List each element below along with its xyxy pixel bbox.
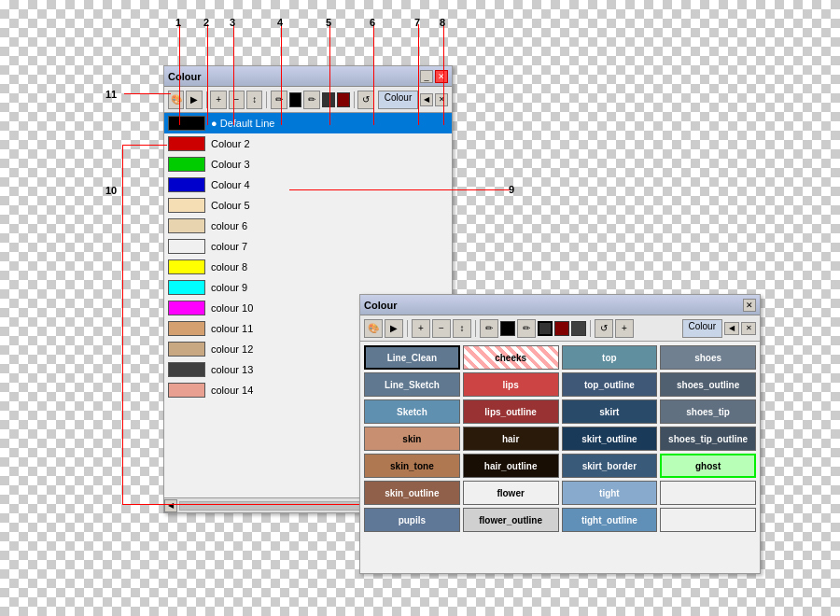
colour-row-3[interactable]: Colour 3 [164,154,452,175]
btn-empty1 [660,481,756,505]
remove-btn[interactable]: − [229,91,245,109]
colour-list-close-btn[interactable]: ✕ [435,70,448,83]
annotation-6: 6 [370,17,375,28]
toolbar-sep1 [206,91,207,108]
btn-ghost[interactable]: ghost [660,454,756,478]
dark-swatch[interactable] [322,92,335,107]
panel-dark-swatch[interactable] [538,321,553,336]
swatch-7 [168,239,205,254]
colour-name-3: Colour 3 [211,159,250,170]
btn-top-outline[interactable]: top_outline [562,372,658,397]
colour-name-4: Colour 4 [211,179,250,190]
panel-pen-btn[interactable]: ✏ [480,319,498,338]
colour-label-btn[interactable]: Colour [378,91,418,109]
panel-grey-swatch[interactable] [571,321,586,336]
swatch-9 [168,280,205,295]
btn-skin-outline[interactable]: skin_outline [364,481,460,505]
swatch-10 [168,301,205,315]
colour-name-13: colour 13 [211,364,253,375]
line-10-vert [122,145,123,504]
btn-tight[interactable]: tight [562,481,658,505]
toolbar-sep3 [354,91,355,108]
annotation-7: 7 [414,17,420,28]
panel-remove-btn[interactable]: − [432,319,451,338]
colour-row-2[interactable]: Colour 2 [164,133,452,154]
panel-scroll-btn[interactable]: ◀ [724,322,739,335]
annotation-2: 2 [203,17,209,28]
btn-line-sketch[interactable]: Line_Sketch [364,372,460,397]
annotation-3: 3 [230,17,235,28]
colour-name-14: colour 14 [211,385,253,396]
btn-shoes-tip-outline[interactable]: shoes_tip_outline [660,427,756,451]
pen-btn[interactable]: ✏ [271,91,287,109]
colour-name-7: colour 7 [211,241,247,252]
panel-colour-label-btn[interactable]: Colour [682,319,722,338]
btn-lips-outline[interactable]: lips_outline [463,399,559,424]
btn-skirt-border[interactable]: skirt_border [562,454,658,478]
colour-row-default[interactable]: ● Default Line [164,113,452,133]
panel-swap-btn[interactable]: ↕ [453,319,471,338]
palette-icon-btn[interactable]: 🎨 [168,91,184,109]
btn-pupils[interactable]: pupils [364,508,460,532]
colour-row-8[interactable]: colour 8 [164,257,452,277]
panel-add-btn[interactable]: + [412,319,430,338]
btn-line-clean[interactable]: Line_Clean [364,345,460,370]
colour-row-6[interactable]: colour 6 [164,216,452,236]
refresh-btn[interactable]: ↺ [357,91,373,109]
annotation-1: 1 [175,17,181,28]
btn-lips[interactable]: lips [463,372,559,397]
annotation-9: 9 [509,184,514,195]
btn-sketch[interactable]: Sketch [364,399,460,424]
red-swatch[interactable] [337,92,350,107]
colour-panel-titlebar: Colour ✕ [360,295,760,315]
eraser-btn[interactable]: ✏ [303,91,319,109]
colour-grid: Line_Clean cheeks top shoes Line_Sketch … [360,342,760,536]
panel-plus2-btn[interactable]: + [615,319,634,338]
annotation-5: 5 [326,17,331,28]
btn-flower[interactable]: flower [463,481,559,505]
panel-palette-btn[interactable]: 🎨 [364,319,383,338]
panel-play-btn[interactable]: ▶ [385,319,403,338]
btn-tight-outline[interactable]: tight_outline [562,508,658,532]
swatch-6 [168,218,205,233]
play-btn[interactable]: ▶ [186,91,202,109]
swatch-8 [168,259,205,274]
scroll-left-arrow[interactable]: ◀ [164,499,177,512]
colour-name-8: colour 8 [211,261,247,273]
colour-list-minimize-btn[interactable]: _ [420,70,433,83]
colour-row-5[interactable]: Colour 5 [164,195,452,216]
colour-panel-window[interactable]: Colour ✕ 🎨 ▶ + − ↕ ✏ ✏ ↺ + Colour ◀ ✕ Li… [359,294,761,574]
colour-row-7[interactable]: colour 7 [164,236,452,257]
btn-skin[interactable]: skin [364,427,460,451]
add-btn[interactable]: + [210,91,226,109]
swap-btn[interactable]: ↕ [246,91,262,109]
swatch-default [168,116,205,131]
panel-refresh-btn[interactable]: ↺ [595,319,613,338]
panel-close2-btn[interactable]: ✕ [741,322,756,335]
btn-shoes-tip[interactable]: shoes_tip [660,399,756,424]
colour-name-2: Colour 2 [211,138,250,149]
colour-panel-controls[interactable]: ✕ [743,299,756,312]
colour-name-12: colour 12 [211,343,253,355]
panel-black-swatch[interactable] [500,321,515,336]
swatch-2 [168,136,205,151]
black-swatch[interactable] [289,92,302,107]
btn-cheeks[interactable]: cheeks [463,345,559,370]
colour-list-controls[interactable]: _ ✕ [420,70,448,83]
btn-skirt[interactable]: skirt [562,399,658,424]
panel-red-swatch[interactable] [554,321,569,336]
btn-shoes[interactable]: shoes [660,345,756,370]
btn-shoes-outline[interactable]: shoes_outline [660,372,756,397]
colour-name-11: colour 11 [211,323,253,334]
btn-flower-outline[interactable]: flower_outline [463,508,559,532]
btn-top[interactable]: top [562,345,658,370]
colour-row-4[interactable]: Colour 4 [164,175,452,195]
btn-skin-tone[interactable]: skin_tone [364,454,460,478]
colour-panel-close-btn[interactable]: ✕ [743,299,756,312]
btn-hair-outline[interactable]: hair_outline [463,454,559,478]
scroll-left-btn[interactable]: ◀ [420,93,433,106]
panel-eraser-btn[interactable]: ✏ [517,319,536,338]
btn-skirt-outline[interactable]: skirt_outline [562,427,658,451]
close2-btn[interactable]: ✕ [435,93,448,106]
btn-hair[interactable]: hair [463,427,559,451]
